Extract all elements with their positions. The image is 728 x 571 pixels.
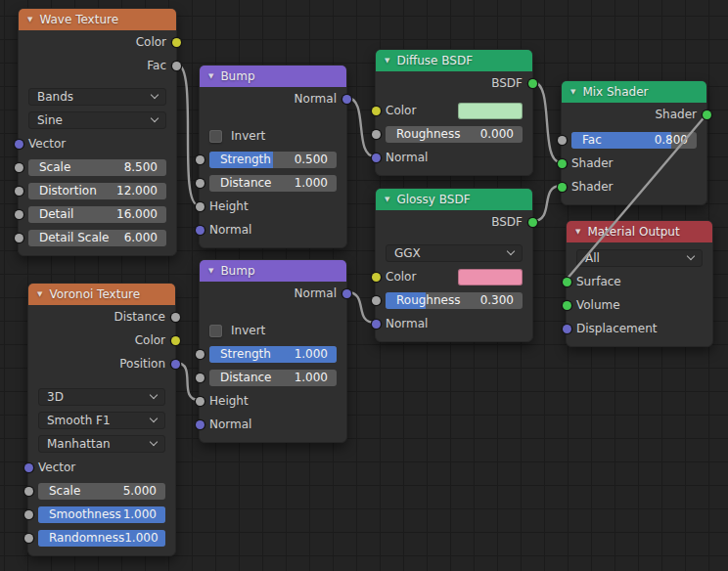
input-socket-vector[interactable] <box>15 140 23 149</box>
input-socket-shader-2[interactable] <box>558 183 567 192</box>
input-socket-volume[interactable] <box>563 301 571 310</box>
input-socket-normal[interactable] <box>196 420 205 429</box>
output-socket-distance[interactable] <box>171 313 180 322</box>
color-swatch[interactable] <box>458 103 523 119</box>
input-socket-fac[interactable] <box>558 136 567 145</box>
node-header-glossy-bsdf[interactable]: ▼ Glossy BSDF <box>376 189 532 210</box>
node-material-output[interactable]: ▼ Material Output All Surface Volume Dis… <box>566 220 713 347</box>
input-socket-strength[interactable] <box>196 350 205 359</box>
node-bump-1[interactable]: ▼ Bump Normal Invert Strength 0.500 Dist… <box>199 65 347 248</box>
collapse-icon[interactable]: ▼ <box>208 268 213 275</box>
input-socket-roughness[interactable] <box>372 296 381 305</box>
input-socket-strength[interactable] <box>196 155 205 164</box>
roughness-slider[interactable]: Roughness 0.300 <box>386 292 523 309</box>
collapse-icon[interactable]: ▼ <box>37 291 42 298</box>
input-socket-normal[interactable] <box>196 226 205 235</box>
distortion-slider[interactable]: Distortion 12.000 <box>28 183 166 199</box>
input-socket-randomness[interactable] <box>24 534 33 543</box>
node-glossy-bsdf[interactable]: ▼ Glossy BSDF BSDF GGX Color Roughness 0… <box>375 188 533 342</box>
input-row-distance: Distance 1.000 <box>200 366 346 389</box>
scale-slider[interactable]: Scale 8.500 <box>28 159 166 176</box>
output-socket-bsdf[interactable] <box>528 218 537 227</box>
input-socket-height[interactable] <box>196 202 205 211</box>
invert-checkbox[interactable] <box>209 130 222 143</box>
scale-slider[interactable]: Scale 5.000 <box>38 483 165 500</box>
collapse-icon[interactable]: ▼ <box>27 17 32 23</box>
input-socket-surface[interactable] <box>563 278 571 286</box>
output-socket-fac[interactable] <box>172 62 181 70</box>
input-socket-scale[interactable] <box>15 163 23 172</box>
node-bump-2[interactable]: ▼ Bump Normal Invert Strength 1.000 Dist… <box>199 259 347 443</box>
node-header-wave-texture[interactable]: ▼ Wave Texture <box>19 9 176 30</box>
color-swatch[interactable] <box>458 269 523 286</box>
input-socket-scale[interactable] <box>24 487 33 496</box>
invert-checkbox[interactable] <box>209 325 222 337</box>
node-diffuse-bsdf[interactable]: ▼ Diffuse BSDF BSDF Color Roughness 0.00… <box>375 49 533 176</box>
output-socket-bsdf[interactable] <box>528 79 537 88</box>
output-socket-shader[interactable] <box>703 110 711 119</box>
detail-slider[interactable]: Detail 16.000 <box>28 206 166 223</box>
roughness-slider[interactable]: Roughness 0.000 <box>386 126 523 143</box>
fac-slider[interactable]: Fac 0.800 <box>571 132 697 149</box>
feature-dropdown[interactable]: Smooth F1 <box>38 412 165 429</box>
node-wave-texture[interactable]: ▼ Wave Texture Color Fac Bands Sine Vect… <box>18 8 177 256</box>
input-socket-normal[interactable] <box>372 154 381 162</box>
node-header-material-output[interactable]: ▼ Material Output <box>567 221 712 242</box>
node-header-mix-shader[interactable]: ▼ Mix Shader <box>562 81 706 103</box>
distance-slider[interactable]: Distance 1.000 <box>209 370 337 386</box>
randomness-slider[interactable]: Randomness 1.000 <box>38 530 165 547</box>
socket-label: Color <box>386 270 416 284</box>
input-socket-vector[interactable] <box>24 463 33 472</box>
input-socket-color[interactable] <box>372 273 381 282</box>
input-socket-detail-scale[interactable] <box>15 234 23 242</box>
node-header-diffuse-bsdf[interactable]: ▼ Diffuse BSDF <box>376 50 532 71</box>
input-socket-color[interactable] <box>372 107 381 115</box>
output-socket-color[interactable] <box>171 336 180 345</box>
node-editor-canvas[interactable]: ▼ Wave Texture Color Fac Bands Sine Vect… <box>0 0 728 571</box>
input-row-height: Height <box>200 389 346 413</box>
node-mix-shader[interactable]: ▼ Mix Shader Shader Fac 0.800 Shader Sha… <box>561 80 707 205</box>
input-row-randomness: Randomness 1.000 <box>28 526 175 549</box>
input-socket-roughness[interactable] <box>372 130 381 139</box>
node-header-bump-2[interactable]: ▼ Bump <box>200 260 346 282</box>
node-header-bump-1[interactable]: ▼ Bump <box>200 66 346 87</box>
strength-slider[interactable]: Strength 1.000 <box>209 346 337 363</box>
distance-metric-dropdown[interactable]: Manhattan <box>38 435 165 453</box>
dimensions-dropdown[interactable]: 3D <box>38 388 165 406</box>
socket-label: Normal <box>209 223 251 237</box>
collapse-icon[interactable]: ▼ <box>208 73 213 80</box>
detail-scale-slider[interactable]: Detail Scale 6.000 <box>28 230 166 246</box>
input-row-smoothness: Smoothness 1.000 <box>28 503 175 526</box>
input-socket-detail[interactable] <box>15 210 23 219</box>
output-socket-normal[interactable] <box>342 95 351 104</box>
output-socket-position[interactable] <box>171 360 180 369</box>
node-voronoi-texture[interactable]: ▼ Voronoi Texture Distance Color Positio… <box>27 283 176 556</box>
strength-slider[interactable]: Strength 0.500 <box>209 152 337 168</box>
input-socket-distortion[interactable] <box>15 187 23 196</box>
input-socket-shader-1[interactable] <box>558 159 567 168</box>
input-row-shader-2: Shader <box>562 175 706 198</box>
socket-label: Height <box>209 199 249 213</box>
input-socket-displacement[interactable] <box>563 325 571 333</box>
output-socket-color[interactable] <box>172 38 181 47</box>
collapse-icon[interactable]: ▼ <box>385 197 389 203</box>
chevron-down-icon <box>507 247 515 255</box>
collapse-icon[interactable]: ▼ <box>385 58 389 65</box>
distribution-dropdown[interactable]: GGX <box>386 244 523 262</box>
chevron-down-icon <box>150 391 158 399</box>
target-dropdown[interactable]: All <box>576 249 703 267</box>
collapse-icon[interactable]: ▼ <box>575 229 580 236</box>
distance-slider[interactable]: Distance 1.000 <box>209 175 337 192</box>
output-socket-normal[interactable] <box>342 289 351 298</box>
collapse-icon[interactable]: ▼ <box>570 89 575 96</box>
input-socket-smoothness[interactable] <box>24 510 33 519</box>
node-header-voronoi-texture[interactable]: ▼ Voronoi Texture <box>28 284 175 305</box>
input-socket-normal[interactable] <box>372 320 381 329</box>
input-socket-distance[interactable] <box>196 179 205 188</box>
input-socket-height[interactable] <box>196 397 205 406</box>
input-row-distortion: Distortion 12.000 <box>19 179 176 202</box>
input-socket-distance[interactable] <box>196 373 205 382</box>
wave-profile-dropdown[interactable]: Sine <box>28 111 166 129</box>
smoothness-slider[interactable]: Smoothness 1.000 <box>38 506 165 523</box>
wave-type-dropdown[interactable]: Bands <box>28 88 166 106</box>
